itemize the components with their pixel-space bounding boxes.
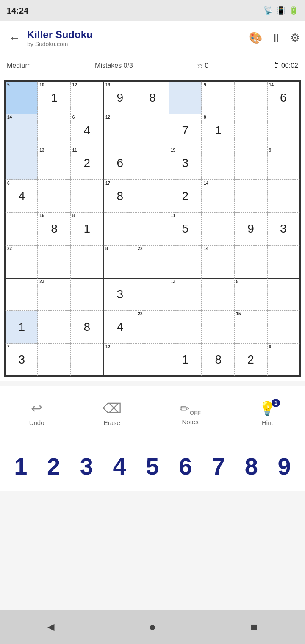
cell[interactable] bbox=[169, 245, 202, 278]
palette-icon[interactable]: 🎨 bbox=[249, 31, 262, 44]
number-button-2[interactable]: 2 bbox=[39, 452, 68, 480]
cell[interactable]: 1 bbox=[169, 344, 202, 376]
number-button-9[interactable]: 9 bbox=[270, 452, 299, 480]
cell[interactable] bbox=[136, 180, 169, 212]
number-button-1[interactable]: 1 bbox=[6, 452, 35, 480]
cell[interactable]: 9 bbox=[267, 147, 300, 180]
cell[interactable]: 12 bbox=[103, 114, 136, 147]
cell[interactable]: 81 bbox=[71, 212, 103, 245]
cell[interactable]: 8 bbox=[71, 311, 103, 343]
cell[interactable]: 12 bbox=[103, 344, 136, 376]
number-button-4[interactable]: 4 bbox=[105, 452, 134, 480]
cell[interactable]: 5 bbox=[5, 81, 38, 114]
cell[interactable] bbox=[234, 180, 267, 212]
cell[interactable]: 14 bbox=[202, 245, 234, 278]
cell[interactable]: 14 bbox=[5, 114, 38, 147]
erase-button[interactable]: ⌫ Erase bbox=[103, 400, 122, 426]
cell[interactable] bbox=[5, 147, 38, 180]
cell[interactable]: 64 bbox=[5, 180, 38, 212]
cell[interactable] bbox=[234, 114, 267, 147]
cell[interactable]: 4 bbox=[103, 311, 136, 343]
notes-button[interactable]: ✏ OFF Notes bbox=[180, 402, 201, 425]
cell[interactable] bbox=[5, 278, 38, 311]
cell[interactable]: 8 bbox=[103, 245, 136, 278]
cell[interactable]: 6 bbox=[103, 147, 136, 180]
cell[interactable] bbox=[202, 278, 234, 311]
cell[interactable] bbox=[71, 245, 103, 278]
cell[interactable] bbox=[267, 180, 300, 212]
cell[interactable] bbox=[234, 81, 267, 114]
cell[interactable]: 22 bbox=[5, 245, 38, 278]
cell[interactable] bbox=[202, 212, 234, 245]
cell[interactable]: 13 bbox=[38, 147, 70, 180]
number-button-8[interactable]: 8 bbox=[237, 452, 266, 480]
cell[interactable]: 64 bbox=[71, 114, 103, 147]
cell[interactable]: 22 bbox=[136, 311, 169, 343]
sudoku-grid[interactable]: 5101121998914614641278113112619396417821… bbox=[4, 80, 301, 377]
cell[interactable] bbox=[234, 147, 267, 180]
cell[interactable] bbox=[71, 180, 103, 212]
cell[interactable] bbox=[267, 278, 300, 311]
nav-recent-button[interactable]: ■ bbox=[237, 610, 271, 644]
cell[interactable]: 7 bbox=[169, 114, 202, 147]
cell[interactable] bbox=[136, 278, 169, 311]
cell[interactable] bbox=[202, 147, 234, 180]
cell[interactable]: 23 bbox=[38, 278, 70, 311]
cell[interactable] bbox=[71, 278, 103, 311]
cell[interactable]: 81 bbox=[202, 114, 234, 147]
cell[interactable]: 9 bbox=[202, 81, 234, 114]
undo-button[interactable]: ↩ Undo bbox=[29, 400, 44, 426]
cell[interactable] bbox=[38, 344, 70, 376]
cell[interactable]: 13 bbox=[169, 278, 202, 311]
number-button-3[interactable]: 3 bbox=[72, 452, 101, 480]
cell[interactable] bbox=[38, 180, 70, 212]
cell[interactable]: 1 bbox=[5, 311, 38, 343]
cell[interactable]: 9 bbox=[234, 212, 267, 245]
cell[interactable]: 15 bbox=[234, 311, 267, 343]
cell[interactable]: 2 bbox=[234, 344, 267, 376]
cell[interactable] bbox=[136, 212, 169, 245]
cell[interactable] bbox=[202, 311, 234, 343]
cell[interactable] bbox=[267, 245, 300, 278]
cell[interactable]: 112 bbox=[71, 147, 103, 180]
cell[interactable] bbox=[103, 212, 136, 245]
cell[interactable]: 5 bbox=[234, 278, 267, 311]
cell[interactable] bbox=[234, 245, 267, 278]
cell[interactable] bbox=[71, 344, 103, 376]
cell[interactable]: 9 bbox=[267, 344, 300, 376]
back-button[interactable]: ← bbox=[5, 28, 24, 48]
cell[interactable]: 3 bbox=[267, 212, 300, 245]
cell[interactable] bbox=[38, 114, 70, 147]
nav-back-button[interactable]: ◄ bbox=[34, 610, 68, 644]
hint-button[interactable]: 💡 1 Hint bbox=[259, 400, 276, 426]
cell[interactable] bbox=[38, 311, 70, 343]
nav-home-button[interactable]: ● bbox=[136, 610, 169, 644]
cell[interactable]: 22 bbox=[136, 245, 169, 278]
cell[interactable]: 8 bbox=[202, 344, 234, 376]
cell[interactable] bbox=[267, 114, 300, 147]
cell[interactable] bbox=[267, 311, 300, 343]
cell[interactable]: 146 bbox=[267, 81, 300, 114]
number-button-7[interactable]: 7 bbox=[204, 452, 233, 480]
cell[interactable]: 2 bbox=[169, 180, 202, 212]
number-button-5[interactable]: 5 bbox=[138, 452, 167, 480]
cell[interactable]: 73 bbox=[5, 344, 38, 376]
cell[interactable] bbox=[136, 344, 169, 376]
cell[interactable] bbox=[169, 311, 202, 343]
cell[interactable]: 168 bbox=[38, 212, 70, 245]
cell[interactable]: 101 bbox=[38, 81, 70, 114]
pause-icon[interactable]: ⏸ bbox=[271, 31, 282, 44]
number-button-6[interactable]: 6 bbox=[171, 452, 200, 480]
cell[interactable]: 193 bbox=[169, 147, 202, 180]
settings-icon[interactable]: ⚙ bbox=[290, 31, 300, 44]
cell[interactable]: 12 bbox=[71, 81, 103, 114]
cell[interactable]: 14 bbox=[202, 180, 234, 212]
cell[interactable]: 199 bbox=[103, 81, 136, 114]
cell[interactable] bbox=[5, 212, 38, 245]
cell[interactable]: 115 bbox=[169, 212, 202, 245]
cell[interactable]: 178 bbox=[103, 180, 136, 212]
cell[interactable]: 3 bbox=[103, 278, 136, 311]
cell[interactable] bbox=[169, 81, 202, 114]
cell[interactable]: 8 bbox=[136, 81, 169, 114]
cell[interactable] bbox=[38, 245, 70, 278]
